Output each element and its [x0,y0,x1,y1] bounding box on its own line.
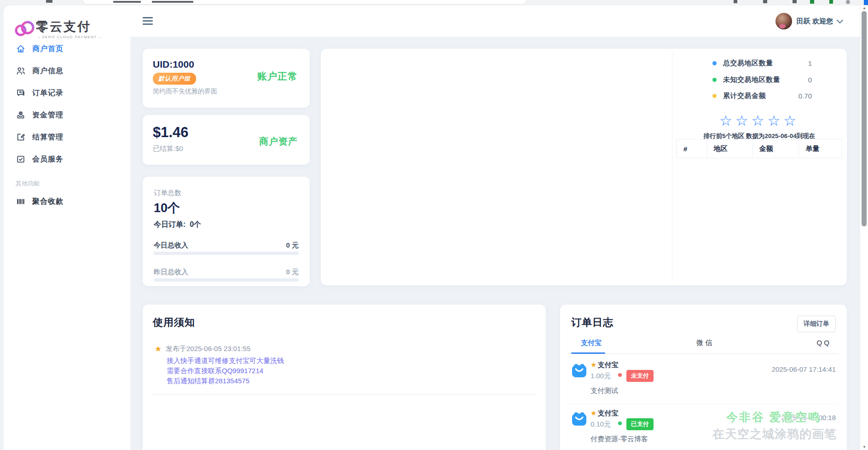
notice-link[interactable]: 接入快手通道可维修支付宝可大量洗钱 [167,357,284,365]
tab-alipay[interactable]: 支付宝 [581,339,602,347]
region-table: # 地区 金额 单量 [677,139,842,158]
sidebar-item-merchant-home[interactable]: 商户首页 [4,42,130,55]
asset-label: 商户资产 [259,135,298,148]
address-text-fragment [113,1,141,3]
browser-corner-fragment [864,0,868,5]
sidebar-item-label: 订单记录 [32,88,64,98]
alipay-bag-icon [571,412,587,427]
legend-row: 累计交易金额 0.70 [712,92,812,100]
divider [153,394,536,395]
notice-link[interactable]: 需要合作直接联系QQ99917214 [167,367,263,375]
notice-link[interactable]: 售后通知结算群281354575 [167,377,249,386]
table-header: 地区 [707,139,752,158]
user-menu[interactable]: 田跃 欢迎您 [775,12,842,30]
settlement-icon [16,132,26,142]
account-card: UID:1000 默认用户组 简约而不失优雅的界面 账户正常 [143,49,310,108]
legend-dot-yellow [712,94,717,98]
account-status: 账户正常 [257,70,298,83]
extension-icon [734,0,737,3]
entry-desc: 支付测试 [590,387,618,395]
sidebar-item-label: 结算管理 [32,133,64,142]
main-content: UID:1000 默认用户组 简约而不失优雅的界面 账户正常 $1.46 已结算… [130,37,860,450]
entry-channel: ★支付宝 [590,361,618,369]
star-icon: ★ [590,409,596,417]
tab-qq[interactable]: Q Q [816,339,829,346]
cloud-logo-icon [14,17,35,40]
sidebar-item-aggregate-collect[interactable]: 聚合收款 [4,195,130,208]
extension-icon [793,0,797,3]
users-icon [16,66,26,76]
status-badge: 未支付 [626,370,654,382]
sidebar-item-label: 聚合收款 [32,197,64,207]
member-service-icon [16,154,26,164]
tab-fragment [46,0,52,3]
entry-amount: 1.00元 [590,372,611,381]
status-dot-red [618,373,622,377]
sidebar-item-label: 会员服务 [32,155,64,164]
notice-card: 使用须知 ★ 发布于2025-06-05 23:01:55 接入快手通道可维修支… [143,305,546,450]
sidebar: 零云支付 – ZERO CLOUD PAYMENT – 商户首页 商户信息 订单… [4,6,130,450]
watermark-text: 今非谷 爱意空鸣 [726,410,821,425]
status-badge: 已支付 [626,418,654,430]
table-header: 单量 [799,139,842,158]
funds-icon [16,110,26,120]
order-entry[interactable]: ★支付宝 1.00元 未支付 支付测试 2025-06-07 17:14:41 [560,361,847,402]
sidebar-item-settlement[interactable]: 结算管理 [4,131,130,144]
profile-avatar-fragment [846,0,850,4]
watermark-text: 在天空之城涂鸦的画笔 [712,426,837,442]
star-icon: ★ [590,361,596,369]
table-header: # [677,139,707,158]
region-stats: 总交易地区数量 1 未知交易地区数量 0 累计交易金额 0.70 ☆☆☆☆☆ 排… [672,49,847,285]
order-log-title: 订单日志 [571,316,613,329]
avatar [775,13,792,29]
status-dot-green [618,421,622,425]
entry-amount: 0.10元 [590,420,611,429]
browser-toolbar-strip [0,0,868,6]
entry-desc: 付费资源-零云博客 [590,435,648,444]
active-tab-underline [571,352,605,354]
asset-settled: 已结算:$0 [153,144,183,153]
scrollbar-thumb[interactable] [862,11,867,226]
sidebar-item-funds[interactable]: 资金管理 [4,109,130,121]
logo-title: 零云支付 [36,18,91,35]
region-map-area [321,49,672,285]
sidebar-item-order-records[interactable]: 订单记录 [4,87,130,99]
notice-published: 发布于2025-06-05 23:01:55 [166,345,250,353]
logo-subtitle: – ZERO CLOUD PAYMENT – [38,35,101,39]
sidebar-item-label: 商户信息 [32,66,64,76]
assets-card: $1.46 已结算:$0 商户资产 [143,115,310,165]
extension-icon [810,0,814,4]
app-shell: 零云支付 – ZERO CLOUD PAYMENT – 商户首页 商户信息 订单… [0,6,860,450]
rating-stars-icon: ☆☆☆☆☆ [672,112,847,129]
income-progress-bar [154,278,299,282]
orders-card: 订单总数 10个 今日订单: 0个 今日总收入 0 元 昨日总收入 0 元 [143,177,310,286]
user-group-badge: 默认用户组 [153,73,196,85]
legend-dot-blue [712,61,717,65]
logo: 零云支付 – ZERO CLOUD PAYMENT – [14,17,120,40]
legend-dot-green [712,78,717,82]
scrollbar[interactable]: ▲ ▼ [860,6,868,450]
user-name: 田跃 欢迎您 [797,17,833,26]
sidebar-item-member-service[interactable]: 会员服务 [4,153,130,166]
scroll-down-arrow[interactable]: ▼ [860,444,868,450]
tab-wechat[interactable]: 微 信 [696,339,712,347]
detail-orders-button[interactable]: 详细订单 [797,316,836,332]
table-header: 金额 [752,139,799,158]
income-row-today: 今日总收入 0 元 [154,241,299,250]
top-header: 田跃 欢迎您 [130,6,860,37]
scroll-up-arrow[interactable]: ▲ [860,6,868,11]
sidebar-item-label: 资金管理 [32,110,64,120]
extension-icon [763,0,767,3]
uid-text: UID:1000 [153,59,194,70]
notice-title: 使用须知 [153,316,195,329]
divider [569,404,838,404]
address-bar-fragment [82,0,527,5]
account-desc: 简约而不失优雅的界面 [153,87,217,96]
orders-today: 今日订单: 0个 [154,220,201,230]
sidebar-item-merchant-info[interactable]: 商户信息 [4,64,130,77]
extension-icon [829,0,833,4]
menu-toggle-icon[interactable] [143,17,153,25]
order-record-icon [16,88,26,98]
tab-divider [568,353,839,354]
barcode-icon [16,196,26,207]
